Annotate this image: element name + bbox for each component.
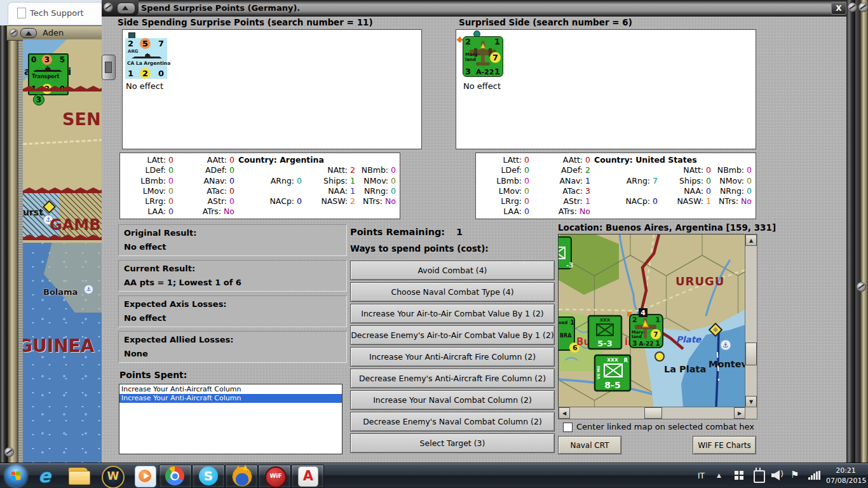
clock[interactable]: 20:21 07/08/2015 (826, 465, 865, 487)
dialog-titlebar[interactable]: Spend Surprise Points (Germany). X (102, 0, 846, 17)
stat-latt: LAtt: 0 (477, 155, 532, 165)
action-center-icon[interactable]: ⚑ (790, 469, 799, 480)
city-label-bathurst: urst (23, 207, 43, 217)
rollup-button[interactable] (117, 3, 135, 14)
screw-icon (10, 29, 18, 37)
stat-laa: LAA: 0 (121, 207, 176, 217)
wif-taskbar-button[interactable]: WiF (258, 464, 291, 488)
screw-icon (4, 447, 14, 457)
ie-icon[interactable]: e (34, 466, 55, 486)
map-air-unit: 2 1 Mary- land 7 3 A-22 1 (627, 312, 663, 348)
stat-atac: ATac: 0 (176, 186, 237, 196)
svg-text:8-5: 8-5 (604, 380, 620, 390)
avoid-combat-button[interactable]: Avoid Combat (4) (350, 261, 555, 280)
chevron-up-icon[interactable]: ▲ (745, 234, 757, 246)
surprised-stats-box: LAtt: 0 AAtt: 0 Country: United States L… (475, 152, 756, 219)
scrollbar-corner (745, 407, 757, 419)
chevron-right-icon[interactable]: ▶ (734, 407, 745, 419)
air-unit-counter[interactable]: 2 1 Mary- land 7 3 A-22 1 (463, 36, 503, 77)
dialog-controls (102, 0, 139, 16)
decrease-enemy-aa-button[interactable]: Decrease Enemy's Anti-Aircraft Fire Colu… (350, 369, 555, 388)
aden-map[interactable]: aint Loui 0 3 5 Transport 1 2 0 3 SEN ur… (23, 39, 103, 463)
vertical-scroll-thumb[interactable] (745, 342, 757, 365)
stat-naa: NAA: 0 (660, 186, 714, 196)
marker-diamond-icon (457, 37, 463, 43)
stat-arng: ARng: 7 (593, 176, 660, 186)
naval-crt-button[interactable]: Naval CRT (558, 436, 621, 454)
volume-icon[interactable] (771, 470, 780, 480)
explorer-icon[interactable] (69, 468, 89, 484)
safely-remove-icon[interactable] (754, 470, 765, 483)
svg-text:2: 2 (632, 316, 637, 324)
stat-ldef: LDef: 0 (477, 165, 532, 175)
stat-astr: AStr: 0 (176, 196, 237, 207)
close-icon[interactable]: X (831, 2, 846, 15)
svg-text:4: 4 (641, 309, 646, 317)
browser-tab-title: Tech Support (30, 8, 84, 18)
decrease-enemy-naval-button[interactable]: Decrease Enemy's Naval Combat Column (2) (350, 412, 555, 431)
inf-unit: XXX 5-3 (588, 316, 621, 349)
wif-game-icon (232, 466, 252, 487)
start-button[interactable] (5, 465, 27, 487)
stat-atrs: ATrs: No (532, 207, 593, 217)
horizontal-scroll-thumb[interactable] (644, 407, 662, 419)
chrome-taskbar-button[interactable] (159, 464, 192, 488)
aden-scroll-strip[interactable] (18, 39, 23, 463)
browser-tab[interactable]: Tech Support (8, 2, 103, 24)
stat-nmov: NMov: 0 (714, 176, 754, 186)
stat-ntrs: NTrs: No (714, 196, 754, 207)
stat-lrrg: LRrg: 0 (477, 196, 532, 207)
combat-map[interactable]: -3 xed 1 BRA 6 Bu ire XXX 5-3 2 1 Mary- … (558, 234, 746, 408)
select-target-button[interactable]: Select Target (3) (350, 433, 555, 453)
ship-unit-counter[interactable]: 2 5 7 ARG CA La Argentina 1 2 0 (125, 38, 167, 79)
svg-text:1: 1 (570, 319, 574, 326)
svg-text:5-3: 5-3 (597, 339, 613, 348)
points-remaining-value: 1 (456, 227, 463, 237)
unit-type: A-22 (476, 68, 494, 76)
unit-value: 0 (158, 69, 164, 78)
stat-adef: ADef: 0 (176, 165, 237, 175)
stat-arng: ARng: 0 (237, 176, 304, 186)
tray-expand-icon[interactable]: ▲ (717, 472, 721, 478)
center-map-checkbox[interactable] (563, 423, 573, 432)
network-icon[interactable] (808, 471, 821, 480)
unit-value: 3 (465, 67, 471, 76)
chevron-left-icon[interactable]: ◀ (559, 407, 570, 419)
stat-atac: ATac: 3 (532, 186, 593, 196)
dialog-frame-knob (102, 55, 116, 80)
increase-your-a2a-button[interactable]: Increase Your Air-to-Air Combat Value By… (350, 304, 555, 323)
result-label: Current Result: (124, 264, 195, 273)
svg-text:xed: xed (559, 320, 567, 325)
wif-fe-charts-button[interactable]: WIF FE Charts (693, 436, 756, 454)
wow-icon[interactable]: W (102, 466, 125, 488)
aden-rollup-button[interactable] (20, 28, 37, 38)
decrease-enemy-a2a-button[interactable]: Decrease Enemy's Air-to-Air Combat Value… (350, 325, 555, 345)
svg-text:XXX: XXX (600, 318, 611, 323)
unit-value-circled: 2 (140, 68, 151, 79)
svg-text:VII Mil: VII Mil (596, 366, 600, 379)
list-item-selected[interactable]: Increase Your Anti-Aircraft Column (119, 394, 342, 403)
svg-text:URUGU: URUGU (675, 274, 724, 288)
map-horizontal-scrollbar[interactable]: ◀ ▶ (558, 407, 746, 419)
taskbar[interactable]: e W S WiF A IT ▲ ) ⚑ (0, 463, 868, 488)
skype-taskbar-button[interactable]: S (192, 464, 225, 488)
svg-text:-3: -3 (566, 262, 573, 269)
list-item[interactable]: Increase Your Anti-Aircraft Column (119, 385, 342, 394)
map-vertical-scrollbar[interactable]: ▲ ▼ (745, 234, 757, 408)
language-indicator[interactable]: IT (698, 471, 705, 480)
volume-wave: ) (780, 469, 783, 478)
increase-your-aa-button[interactable]: Increase Your Anti-Aircraft Fire Column … (350, 347, 555, 367)
wmp-icon[interactable] (135, 466, 156, 487)
tray-app-icon[interactable] (735, 471, 744, 480)
stat-astr: AStr: 1 (532, 196, 593, 207)
svg-text:1: 1 (655, 316, 660, 324)
points-spent-listbox[interactable]: Increase Your Anti-Aircraft Column Incre… (119, 384, 342, 454)
aden-titlebar[interactable]: Aden (6, 25, 104, 41)
svg-text:Plate: Plate (676, 334, 702, 344)
increase-your-naval-button[interactable]: Increase Your Naval Combat Column (2) (350, 390, 555, 410)
choose-naval-combat-type-button[interactable]: Choose Naval Combat Type (4) (350, 282, 555, 302)
adobe-taskbar-button[interactable]: A (291, 464, 324, 488)
svg-text:BRA: BRA (560, 333, 572, 339)
wif-game-taskbar-button[interactable] (225, 464, 258, 488)
chevron-down-icon[interactable]: ▼ (745, 396, 757, 407)
